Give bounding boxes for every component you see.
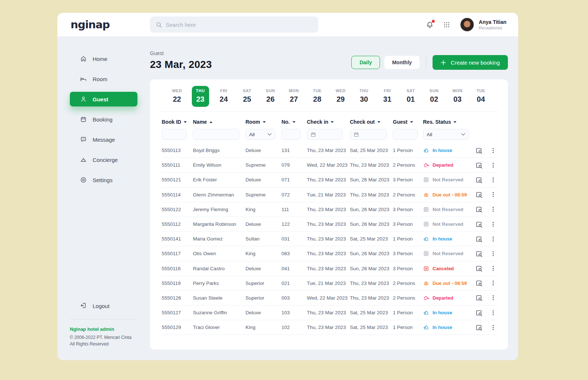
date-cell-01[interactable]: SAT 01	[402, 86, 419, 107]
date-cell-03[interactable]: MON 03	[449, 86, 466, 107]
view-details-button[interactable]	[475, 294, 483, 301]
view-details-button[interactable]	[475, 279, 483, 287]
filter-guest[interactable]	[393, 129, 418, 140]
filter-name-input[interactable]	[197, 132, 236, 137]
date-cell-27[interactable]: MON 27	[285, 86, 302, 107]
chevron-down-icon	[268, 133, 272, 136]
filter-name[interactable]	[193, 129, 239, 140]
date-cell-23[interactable]: THU 23	[192, 86, 209, 107]
notifications-button[interactable]	[426, 21, 434, 29]
status-not-reserved-icon	[423, 250, 429, 257]
table-row[interactable]: 5550129 Traci Glover King 102 Thu, 23 Ma…	[162, 320, 496, 335]
column-header-no[interactable]: No.	[282, 119, 307, 125]
row-menu-button[interactable]	[490, 265, 496, 271]
table-row[interactable]: 5550127 Suzanne Griffin Deluxe 103 Thu, …	[162, 305, 496, 320]
view-details-button[interactable]	[475, 250, 483, 257]
column-header-guest[interactable]: Guest	[393, 119, 423, 125]
user-menu[interactable]: Anya Titian Receptionist	[460, 17, 506, 32]
table-row[interactable]: 5550126 Susan Steele Superior 003 Wed, 2…	[162, 291, 496, 305]
sidebar-item-guest[interactable]: Guest	[70, 92, 137, 106]
date-cell-30[interactable]: THU 30	[355, 86, 373, 107]
filter-check-in[interactable]	[307, 129, 343, 140]
filter-book-id[interactable]	[162, 129, 187, 140]
column-header-room[interactable]: Room	[245, 119, 282, 125]
table-row[interactable]: 5550121 Erik Foster Deluxe 071 Thu, 23 M…	[162, 173, 496, 187]
row-menu-button[interactable]	[490, 192, 496, 198]
search-input[interactable]	[166, 22, 312, 28]
sidebar-item-booking[interactable]: Booking	[70, 112, 137, 127]
view-details-button[interactable]	[475, 191, 483, 198]
row-menu-button[interactable]	[490, 295, 496, 301]
table-row[interactable]: 5550112 Margarita Robinson Deluxe 122 Th…	[162, 217, 496, 232]
filter-check-out[interactable]	[350, 129, 387, 140]
daily-toggle[interactable]: Daily	[351, 56, 380, 69]
table-row[interactable]: 5550119 Perry Parks Superior 021 Tue, 21…	[162, 276, 496, 291]
filter-room-select[interactable]: All	[245, 129, 275, 140]
table-row[interactable]: 5550114 Glenn Zimmerman Supreme 072 Tue,…	[162, 188, 496, 202]
view-details-button[interactable]	[475, 147, 483, 154]
filter-book-id-input[interactable]	[165, 132, 183, 137]
row-menu-button[interactable]	[490, 221, 496, 227]
filter-status-select[interactable]: All	[423, 129, 469, 140]
date-cell-25[interactable]: SAT 25	[239, 86, 256, 107]
date-cell-24[interactable]: FRI 24	[215, 86, 232, 107]
column-label: Res. Status	[423, 119, 451, 125]
sidebar-item-message[interactable]: Message	[70, 132, 137, 147]
create-new-booking-button[interactable]: Create new booking	[433, 55, 508, 70]
filter-no[interactable]	[282, 129, 301, 140]
view-details-button[interactable]	[475, 309, 483, 316]
status-due-out-icon	[423, 280, 429, 286]
row-menu-button[interactable]	[490, 280, 496, 286]
column-header-check-out[interactable]: Check out	[350, 119, 393, 125]
view-details-button[interactable]	[475, 176, 483, 184]
table-row[interactable]: 5550113 Boyd Briggs Deluxe 131 Thu, 23 M…	[162, 143, 496, 158]
cell-check-out: Sat, 25 Mar 2023	[350, 310, 393, 315]
sidebar-item-concierge[interactable]: Concierge	[70, 152, 137, 167]
sidebar-item-room[interactable]: Room	[70, 72, 137, 86]
view-details-button[interactable]	[475, 206, 483, 213]
column-header-res-status[interactable]: Res. Status	[423, 119, 475, 125]
date-cell-02[interactable]: SUN 02	[426, 86, 443, 107]
monthly-toggle[interactable]: Monthly	[384, 56, 420, 69]
date-cell-31[interactable]: FRI 31	[379, 86, 396, 107]
date-cell-29[interactable]: WED 29	[332, 86, 349, 107]
logout-icon	[80, 302, 87, 310]
day-of-week: SUN	[262, 88, 279, 93]
day-of-week: SAT	[239, 88, 256, 93]
sidebar-item-settings[interactable]: Settings	[70, 173, 137, 187]
person-icon	[80, 96, 87, 102]
row-menu-button[interactable]	[490, 310, 496, 316]
row-menu-button[interactable]	[490, 148, 496, 153]
logout-button[interactable]: Logout	[70, 299, 137, 314]
view-details-button[interactable]	[475, 265, 483, 272]
view-details-button[interactable]	[475, 162, 483, 169]
chevron-down-icon	[461, 133, 465, 136]
date-cell-28[interactable]: TUE 28	[309, 86, 326, 107]
filter-guest-input[interactable]	[397, 132, 414, 137]
filter-no-input[interactable]	[285, 132, 297, 137]
column-header-book-id[interactable]: Book ID	[162, 119, 193, 125]
table-row[interactable]: 5550117 Otis Owen King 083 Thu, 23 Mar 2…	[162, 246, 496, 261]
row-menu-button[interactable]	[490, 251, 496, 257]
sidebar-bottom: Logout Nginap hotel admin © 2006-2022 PT…	[57, 299, 150, 360]
search-bar[interactable]	[150, 17, 318, 33]
date-cell-04[interactable]: TUE 04	[472, 86, 490, 107]
row-menu-button[interactable]	[490, 206, 496, 212]
row-menu-button[interactable]	[490, 236, 496, 242]
row-menu-button[interactable]	[490, 162, 496, 168]
table-row[interactable]: 5550122 Jeremy Fleming King 111 Thu, 23 …	[162, 202, 496, 217]
column-header-name[interactable]: Name	[193, 119, 245, 125]
column-header-check-in[interactable]: Check in	[307, 119, 350, 125]
apps-menu-button[interactable]	[443, 21, 450, 28]
row-menu-button[interactable]	[490, 177, 496, 183]
view-details-button[interactable]	[475, 324, 483, 331]
date-cell-22[interactable]: WED 22	[168, 86, 186, 107]
table-row[interactable]: 5550111 Emily Wilson Supreme 079 Wed, 22…	[162, 158, 496, 173]
row-menu-button[interactable]	[490, 325, 496, 330]
date-cell-26[interactable]: SUN 26	[262, 86, 279, 107]
table-row[interactable]: 5550116 Randal Castro Deluxe 041 Thu, 23…	[162, 261, 496, 276]
view-details-button[interactable]	[475, 221, 483, 228]
table-row[interactable]: 5550141 Maria Gomez Sultan 031 Thu, 23 M…	[162, 232, 496, 246]
view-details-button[interactable]	[475, 235, 483, 243]
sidebar-item-home[interactable]: Home	[70, 51, 137, 66]
